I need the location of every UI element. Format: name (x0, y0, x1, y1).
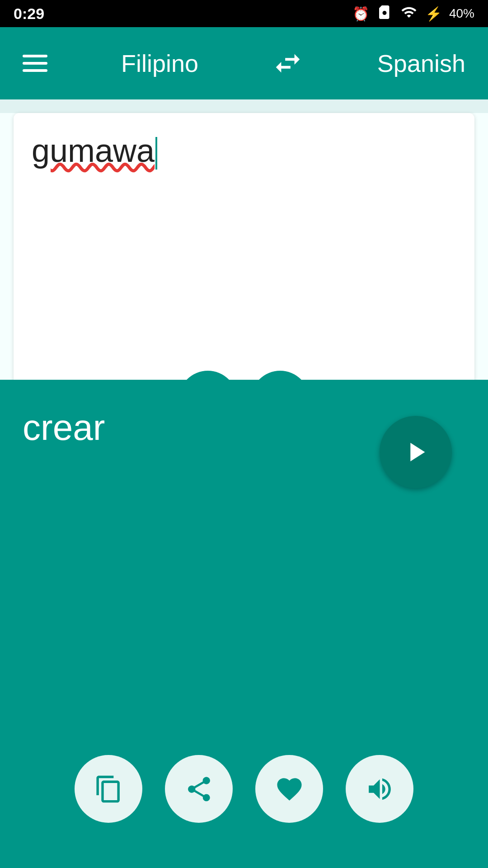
share-button[interactable] (165, 755, 233, 823)
status-time: 0:29 (14, 5, 44, 23)
input-text: gumawa (32, 132, 155, 169)
hamburger-line-1 (23, 55, 47, 57)
nav-bar: Filipino Spanish (0, 27, 488, 99)
copy-button[interactable] (75, 755, 142, 823)
sim-icon (376, 4, 393, 24)
target-language-button[interactable]: Spanish (377, 49, 465, 77)
text-cursor (155, 137, 157, 170)
input-text-area[interactable]: gumawa (32, 131, 456, 170)
swap-languages-button[interactable] (272, 47, 304, 79)
favorite-button[interactable] (255, 755, 323, 823)
battery-level: 40% (449, 6, 474, 21)
status-bar: 0:29 ⏰ ⚡ 40% (0, 0, 488, 27)
speak-button[interactable] (346, 755, 413, 823)
alarm-icon: ⏰ (352, 6, 369, 22)
source-language-button[interactable]: Filipino (121, 49, 198, 77)
output-actions (23, 755, 465, 850)
hamburger-line-2 (23, 62, 47, 65)
menu-button[interactable] (23, 55, 47, 72)
charging-icon: ⚡ (425, 6, 442, 22)
translate-button[interactable] (380, 416, 452, 488)
status-icons: ⏰ ⚡ 40% (352, 4, 474, 24)
signal-icon (400, 4, 418, 24)
hamburger-line-3 (23, 69, 47, 72)
